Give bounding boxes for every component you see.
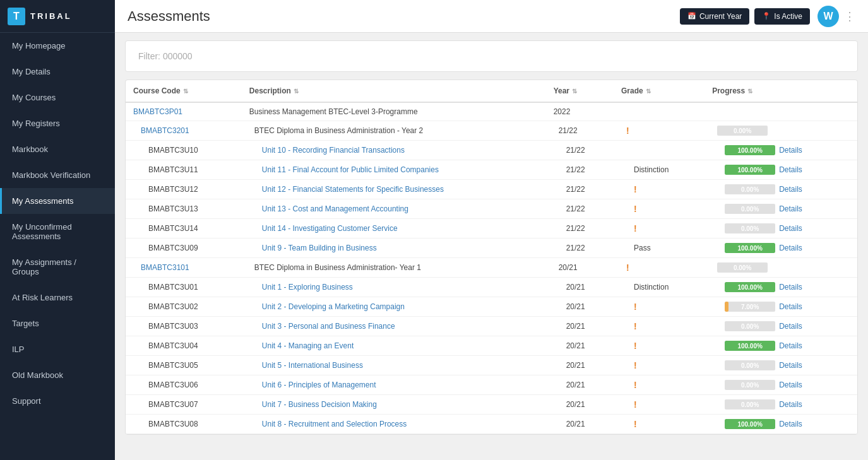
course-code-cell: BMABTC3U10 [126, 141, 242, 160]
details-link[interactable]: Details [779, 400, 802, 409]
course-code-cell: BMABTC3U03 [126, 317, 242, 336]
table-row: BMABTC3U08Unit 8 - Recruitment and Selec… [126, 415, 857, 434]
sort-icon: ⇅ [572, 88, 577, 95]
sidebar-item-support[interactable]: Support [0, 388, 115, 414]
sidebar-item-my-unconfirmed-assessments[interactable]: My Unconfirmed Assessments [0, 214, 115, 249]
description-cell: Unit 1 - Exploring Business [242, 278, 546, 297]
grade-exclamation: ! [634, 204, 637, 214]
assessments-table-card: Course Code⇅Description⇅Year⇅Grade⇅Progr… [125, 80, 858, 435]
progress-bar-label: 7.00% [725, 302, 775, 312]
grade-cell: ! [614, 219, 705, 239]
sidebar-item-ilp[interactable]: ILP [0, 336, 115, 362]
description-link[interactable]: Unit 4 - Managing an Event [262, 341, 354, 350]
description-link[interactable]: Unit 2 - Developing a Marketing Campaign [262, 302, 405, 311]
details-link[interactable]: Details [779, 420, 802, 428]
logo-text: TRIBAL [30, 11, 72, 21]
description-link[interactable]: Unit 13 - Cost and Management Accounting [262, 204, 408, 213]
details-link[interactable]: Details [779, 341, 802, 350]
sidebar-item-my-registers[interactable]: My Registers [0, 110, 115, 136]
year-cell: 20/21 [546, 395, 614, 415]
course-code-link[interactable]: BMABTC3P01 [133, 107, 182, 116]
grade-cell: ! [614, 297, 705, 317]
sidebar-item-my-assessments[interactable]: My Assessments [0, 188, 115, 214]
avatar[interactable]: W [817, 6, 839, 27]
progress-bar-label: 0.00% [725, 321, 775, 331]
grade-cell: ! [614, 121, 705, 141]
col-header-progress[interactable]: Progress⇅ [705, 80, 857, 102]
col-header-grade[interactable]: Grade⇅ [614, 80, 705, 102]
year-cell: 20/21 [546, 415, 614, 434]
is-active-button[interactable]: 📍 Is Active [754, 8, 810, 25]
col-header-year[interactable]: Year⇅ [546, 80, 614, 102]
description-link[interactable]: Unit 5 - International Business [262, 361, 363, 370]
description-cell: Business Management BTEC-Level 3-Program… [242, 102, 546, 121]
grade-exclamation: ! [634, 302, 637, 312]
grade-cell: Distinction [614, 160, 705, 180]
details-link[interactable]: Details [779, 361, 802, 370]
year-cell: 20/21 [546, 317, 614, 336]
description-link[interactable]: Unit 12 - Financial Statements for Speci… [262, 185, 444, 194]
progress-bar-wrap: 0.00% [717, 126, 768, 136]
grade-cell [614, 102, 705, 121]
description-link[interactable]: Unit 8 - Recruitment and Selection Proce… [262, 420, 407, 428]
details-link[interactable]: Details [779, 204, 802, 213]
sort-icon: ⇅ [747, 88, 752, 95]
table-row: BMABTC3U02Unit 2 - Developing a Marketin… [126, 297, 857, 317]
details-link[interactable]: Details [779, 322, 802, 331]
description-link[interactable]: Unit 9 - Team Building in Business [262, 244, 377, 252]
details-link[interactable]: Details [779, 165, 802, 174]
description-link[interactable]: Unit 14 - Investigating Customer Service [262, 224, 398, 233]
sidebar-item-markbook[interactable]: Markbook [0, 136, 115, 162]
col-header-description[interactable]: Description⇅ [242, 80, 546, 102]
progress-bar-wrap: 100.00% [725, 145, 775, 155]
grade-exclamation: ! [634, 419, 637, 429]
sidebar-item-targets[interactable]: Targets [0, 310, 115, 336]
sidebar-item-my-assignments---groups[interactable]: My Assignments / Groups [0, 249, 115, 285]
details-link[interactable]: Details [779, 185, 802, 194]
description-link[interactable]: Unit 6 - Principles of Management [262, 380, 376, 389]
description-cell: Unit 14 - Investigating Customer Service [242, 219, 546, 239]
table-row: BMABTC3U01Unit 1 - Exploring Business20/… [126, 278, 857, 297]
table-body: BMABTC3P01Business Management BTEC-Level… [126, 102, 857, 434]
sidebar-item-my-courses[interactable]: My Courses [0, 85, 115, 110]
course-code-link[interactable]: BMABTC3201 [141, 126, 189, 135]
sidebar-item-old-markbook[interactable]: Old Markbook [0, 362, 115, 388]
grade-cell: Pass [614, 239, 705, 258]
details-link[interactable]: Details [779, 283, 802, 292]
col-header-course-code[interactable]: Course Code⇅ [126, 80, 242, 102]
description-link[interactable]: Unit 1 - Exploring Business [262, 283, 353, 292]
sidebar-item-markbook-verification[interactable]: Markbook Verification [0, 162, 115, 188]
description-link[interactable]: Unit 3 - Personal and Business Finance [262, 322, 395, 331]
description-link[interactable]: Unit 7 - Business Decision Making [262, 400, 377, 409]
description-cell: Unit 7 - Business Decision Making [242, 395, 546, 415]
sort-icon: ⇅ [646, 88, 651, 95]
grade-cell: Distinction [614, 278, 705, 297]
details-link[interactable]: Details [779, 146, 802, 155]
details-link[interactable]: Details [779, 302, 802, 311]
progress-bar-wrap: 0.00% [717, 262, 768, 273]
course-code-cell: BMABTC3U14 [126, 219, 242, 239]
description-cell: Unit 13 - Cost and Management Accounting [242, 199, 546, 219]
description-link[interactable]: Unit 10 - Recording Financial Transactio… [262, 146, 405, 155]
details-link[interactable]: Details [779, 244, 802, 252]
grade-cell [614, 141, 705, 160]
description-link[interactable]: Unit 11 - Final Account for Public Limit… [262, 165, 439, 174]
sidebar-item-my-details[interactable]: My Details [0, 59, 115, 85]
more-options-icon[interactable]: ⋮ [844, 9, 855, 23]
sidebar-item-my-homepage[interactable]: My Homepage [0, 33, 115, 59]
current-year-button[interactable]: 📅 Current Year [680, 8, 749, 25]
sidebar-item-at-risk-learners[interactable]: At Risk Learners [0, 285, 115, 310]
current-year-label: Current Year [699, 12, 742, 21]
progress-bar-container: 100.00%Details [725, 341, 850, 351]
progress-bar-wrap: 0.00% [725, 184, 775, 194]
grade-cell: ! [614, 375, 705, 395]
course-code-link[interactable]: BMABTC3101 [141, 263, 189, 272]
table-row: BMABTC3U07Unit 7 - Business Decision Mak… [126, 395, 857, 415]
details-link[interactable]: Details [779, 380, 802, 389]
progress-bar-wrap: 0.00% [725, 321, 775, 331]
course-code-cell: BMABTC3U02 [126, 297, 242, 317]
details-link[interactable]: Details [779, 224, 802, 233]
progress-bar-container: 100.00%Details [725, 145, 850, 155]
progress-bar-container: 0.00%Details [725, 399, 850, 410]
grade-exclamation: ! [634, 321, 637, 331]
